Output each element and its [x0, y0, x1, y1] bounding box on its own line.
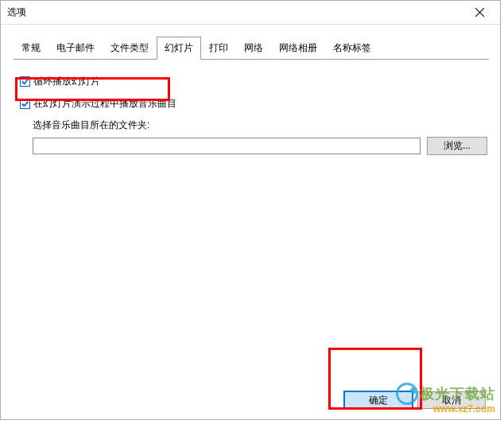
tab-network[interactable]: 网络 — [236, 37, 271, 60]
folder-label: 选择音乐曲目所在的文件夹: — [33, 119, 487, 132]
check-icon — [21, 99, 29, 108]
ok-button[interactable]: 确定 — [344, 391, 413, 409]
tab-filetype[interactable]: 文件类型 — [103, 37, 157, 60]
tab-print[interactable]: 打印 — [201, 37, 236, 60]
close-icon — [475, 8, 484, 17]
tab-row: 常规 电子邮件 文件类型 幻灯片 打印 网络 网络相册 名称标签 — [14, 36, 489, 60]
music-checkbox-row[interactable]: 在幻灯片演示过程中播放音乐曲目 — [20, 96, 487, 111]
titlebar: 选项 — [1, 1, 500, 25]
browse-button[interactable]: 浏览... — [427, 137, 487, 155]
folder-input-row: 浏览... — [33, 137, 487, 155]
loop-checkbox-label: 循环播放幻灯片 — [33, 75, 100, 88]
check-icon — [21, 77, 29, 86]
music-checkbox[interactable] — [20, 99, 30, 109]
dialog-button-bar: 确定 取消 — [344, 391, 486, 409]
tab-nametag[interactable]: 名称标签 — [325, 37, 379, 60]
options-dialog: 选项 常规 电子邮件 文件类型 幻灯片 打印 网络 网络相册 名称标签 循环播放… — [0, 0, 501, 420]
folder-input[interactable] — [33, 138, 421, 154]
close-button[interactable] — [463, 2, 495, 24]
tab-content-slideshow: 循环播放幻灯片 在幻灯片演示过程中播放音乐曲目 选择音乐曲目所在的文件夹: 浏览… — [1, 60, 500, 155]
tab-general[interactable]: 常规 — [14, 37, 48, 60]
loop-checkbox-row[interactable]: 循环播放幻灯片 — [20, 74, 487, 88]
dialog-title: 选项 — [7, 6, 26, 19]
tab-slideshow[interactable]: 幻灯片 — [157, 37, 201, 60]
tab-webalbum[interactable]: 网络相册 — [271, 37, 325, 60]
tab-email[interactable]: 电子邮件 — [48, 37, 103, 60]
cancel-button[interactable]: 取消 — [417, 391, 486, 409]
loop-checkbox[interactable] — [20, 76, 30, 87]
music-checkbox-label: 在幻灯片演示过程中播放音乐曲目 — [33, 97, 176, 111]
